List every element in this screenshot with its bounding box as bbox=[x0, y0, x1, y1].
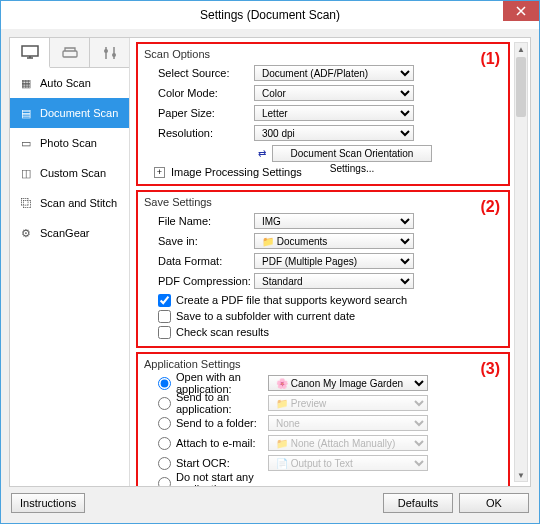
radio-row-3: Attach to e-mail:📁 None (Attach Manually… bbox=[144, 434, 502, 452]
data-format-dropdown[interactable]: PDF (Multiple Pages) bbox=[254, 253, 414, 269]
titlebar: Settings (Document Scan) bbox=[1, 1, 539, 29]
scroll-down-arrow[interactable]: ▼ bbox=[515, 469, 527, 481]
radio-4[interactable] bbox=[158, 457, 171, 470]
radio-label: Send to a folder: bbox=[176, 417, 257, 429]
sidebar-item-label: ScanGear bbox=[40, 227, 90, 239]
section-app-settings: (3) Application Settings Open with an ap… bbox=[136, 352, 510, 486]
app-target-dropdown-1: 📁 Preview bbox=[268, 395, 428, 411]
sidebar-item-icon: ▤ bbox=[18, 105, 34, 121]
radio-label: Do not start any application bbox=[176, 471, 268, 486]
radio-label: Attach to e-mail: bbox=[176, 437, 255, 449]
body: ▦Auto Scan▤Document Scan▭Photo Scan◫Cust… bbox=[9, 37, 531, 487]
icon-tab-bar bbox=[10, 38, 129, 68]
label-pdf-compression: PDF Compression: bbox=[144, 275, 254, 287]
checkbox-1[interactable] bbox=[158, 310, 171, 323]
ok-button[interactable]: OK bbox=[459, 493, 529, 513]
radio-1[interactable] bbox=[158, 397, 171, 410]
check-1: Save to a subfolder with current date bbox=[144, 308, 502, 324]
orientation-settings-button[interactable]: Document Scan Orientation Settings... bbox=[272, 145, 432, 162]
sidebar-item-scan-and-stitch[interactable]: ⿻Scan and Stitch bbox=[10, 188, 129, 218]
section-save-settings: (2) Save Settings File Name:IMG Save in:… bbox=[136, 190, 510, 348]
radio-row-1: Send to an application:📁 Preview bbox=[144, 394, 502, 412]
app-settings-title: Application Settings bbox=[144, 358, 502, 370]
sidebar-item-photo-scan[interactable]: ▭Photo Scan bbox=[10, 128, 129, 158]
settings-pane: (1) Scan Options Select Source:Document … bbox=[136, 42, 510, 482]
checkbox-label: Save to a subfolder with current date bbox=[176, 310, 355, 322]
swap-icon[interactable]: ⇄ bbox=[258, 148, 266, 159]
radio-label: Send to an application: bbox=[176, 391, 268, 415]
svg-point-2 bbox=[104, 49, 108, 53]
sidebar-item-icon: ▦ bbox=[18, 75, 34, 91]
sidebar-item-label: Custom Scan bbox=[40, 167, 106, 179]
radio-2[interactable] bbox=[158, 417, 171, 430]
sidebar-item-icon: ⿻ bbox=[18, 195, 34, 211]
radio-row-4: Start OCR:📄 Output to Text bbox=[144, 454, 502, 472]
label-data-format: Data Format: bbox=[144, 255, 254, 267]
section-marker-3: (3) bbox=[480, 360, 500, 378]
checkbox-label: Create a PDF file that supports keyword … bbox=[176, 294, 407, 306]
resolution-dropdown[interactable]: 300 dpi bbox=[254, 125, 414, 141]
footer: Instructions Defaults OK bbox=[9, 487, 531, 515]
svg-rect-0 bbox=[22, 46, 38, 56]
tab-tools[interactable] bbox=[90, 38, 129, 67]
app-target-dropdown-4: 📄 Output to Text bbox=[268, 455, 428, 471]
label-save-in: Save in: bbox=[144, 235, 254, 247]
sidebar-list: ▦Auto Scan▤Document Scan▭Photo Scan◫Cust… bbox=[10, 68, 129, 486]
image-processing-label: Image Processing Settings bbox=[171, 166, 302, 178]
radio-5[interactable] bbox=[158, 477, 171, 487]
sidebar-item-document-scan[interactable]: ▤Document Scan bbox=[10, 98, 129, 128]
sidebar-item-label: Photo Scan bbox=[40, 137, 97, 149]
scroll-up-arrow[interactable]: ▲ bbox=[515, 43, 527, 55]
scanner-icon bbox=[60, 45, 80, 61]
tools-icon bbox=[100, 45, 120, 61]
scroll-thumb[interactable] bbox=[516, 57, 526, 117]
color-mode-dropdown[interactable]: Color bbox=[254, 85, 414, 101]
label-paper-size: Paper Size: bbox=[144, 107, 254, 119]
tab-from-scanner[interactable] bbox=[50, 38, 90, 67]
save-in-dropdown[interactable]: 📁 Documents bbox=[254, 233, 414, 249]
radio-0[interactable] bbox=[158, 377, 171, 390]
sidebar-item-label: Document Scan bbox=[40, 107, 118, 119]
svg-point-3 bbox=[112, 53, 116, 57]
radio-row-5: Do not start any application bbox=[144, 474, 502, 486]
close-button[interactable] bbox=[503, 1, 539, 21]
window-title: Settings (Document Scan) bbox=[200, 8, 340, 22]
sidebar-item-icon: ◫ bbox=[18, 165, 34, 181]
sidebar-item-auto-scan[interactable]: ▦Auto Scan bbox=[10, 68, 129, 98]
checkbox-0[interactable] bbox=[158, 294, 171, 307]
vertical-scrollbar[interactable]: ▲ ▼ bbox=[514, 42, 528, 482]
scan-options-title: Scan Options bbox=[144, 48, 502, 60]
sidebar-item-label: Auto Scan bbox=[40, 77, 91, 89]
app-target-dropdown-3: 📁 None (Attach Manually) bbox=[268, 435, 428, 451]
sidebar-item-scangear[interactable]: ⚙ScanGear bbox=[10, 218, 129, 248]
file-name-field[interactable]: IMG bbox=[254, 213, 414, 229]
label-resolution: Resolution: bbox=[144, 127, 254, 139]
defaults-button[interactable]: Defaults bbox=[383, 493, 453, 513]
checkbox-2[interactable] bbox=[158, 326, 171, 339]
pdf-compression-dropdown[interactable]: Standard bbox=[254, 273, 414, 289]
check-0: Create a PDF file that supports keyword … bbox=[144, 292, 502, 308]
radio-label: Start OCR: bbox=[176, 457, 230, 469]
app-target-dropdown-0[interactable]: 🌸 Canon My Image Garden bbox=[268, 375, 428, 391]
radio-row-2: Send to a folder:None bbox=[144, 414, 502, 432]
main-panel: (1) Scan Options Select Source:Document … bbox=[130, 38, 530, 486]
sidebar-item-label: Scan and Stitch bbox=[40, 197, 117, 209]
sidebar-item-custom-scan[interactable]: ◫Custom Scan bbox=[10, 158, 129, 188]
tab-from-computer[interactable] bbox=[10, 38, 50, 68]
radio-3[interactable] bbox=[158, 437, 171, 450]
instructions-button[interactable]: Instructions bbox=[11, 493, 85, 513]
section-marker-1: (1) bbox=[480, 50, 500, 68]
image-processing-expander[interactable]: + Image Processing Settings bbox=[144, 164, 502, 178]
label-color-mode: Color Mode: bbox=[144, 87, 254, 99]
paper-size-dropdown[interactable]: Letter bbox=[254, 105, 414, 121]
close-icon bbox=[516, 6, 526, 16]
app-target-dropdown-2: None bbox=[268, 415, 428, 431]
settings-window: Settings (Document Scan) ▦Auto Sca bbox=[0, 0, 540, 524]
save-settings-title: Save Settings bbox=[144, 196, 502, 208]
left-panel: ▦Auto Scan▤Document Scan▭Photo Scan◫Cust… bbox=[10, 38, 130, 486]
content-area: ▦Auto Scan▤Document Scan▭Photo Scan◫Cust… bbox=[1, 29, 539, 523]
section-marker-2: (2) bbox=[480, 198, 500, 216]
select-source-dropdown[interactable]: Document (ADF/Platen) bbox=[254, 65, 414, 81]
label-file-name: File Name: bbox=[144, 215, 254, 227]
section-scan-options: (1) Scan Options Select Source:Document … bbox=[136, 42, 510, 186]
